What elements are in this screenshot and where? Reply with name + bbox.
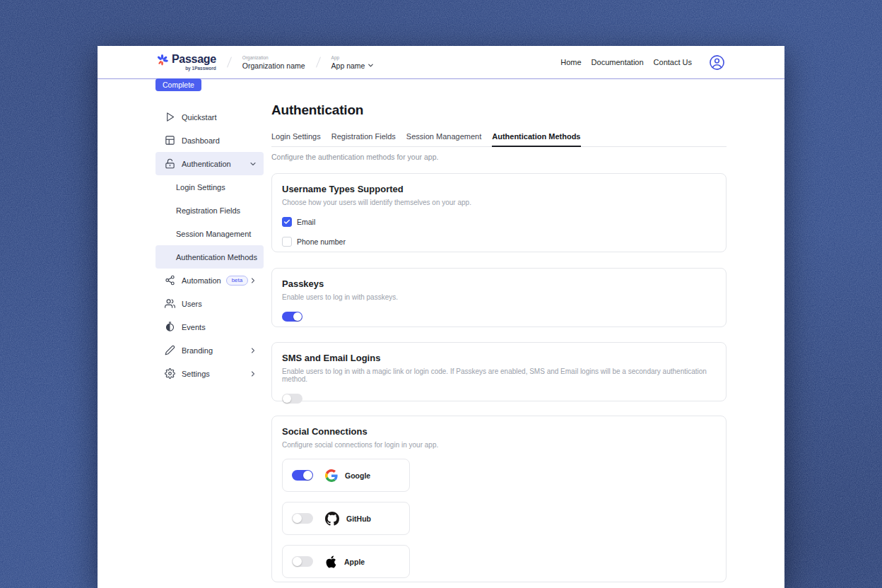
brush-icon xyxy=(164,345,175,356)
sidebar-item-label: Authentication xyxy=(182,160,231,168)
header-nav: Home Documentation Contact Us xyxy=(560,54,725,71)
automation-icon xyxy=(164,275,175,286)
unlock-icon xyxy=(164,158,175,170)
page-title: Authentication xyxy=(271,103,727,117)
gear-icon xyxy=(164,368,175,380)
apple-toggle[interactable] xyxy=(292,556,313,567)
dashboard-icon xyxy=(164,135,175,146)
card-description: Enable users to log in with passkeys. xyxy=(282,293,716,301)
app-window: Passage by 1Password Organization Organi… xyxy=(98,46,784,588)
toggle-knob xyxy=(283,394,291,403)
sidebar-item-login-settings[interactable]: Login Settings xyxy=(155,175,264,199)
main-content: Authentication Login Settings Registrati… xyxy=(271,103,727,582)
card-title: Social Connections xyxy=(282,426,716,437)
google-icon xyxy=(325,469,338,482)
sidebar-item-label: Session Management xyxy=(176,230,251,238)
breadcrumb-organization[interactable]: Organization Organization name xyxy=(242,55,305,70)
breadcrumb-divider xyxy=(316,57,321,67)
complete-button[interactable]: Complete xyxy=(155,78,201,91)
page-description: Configure the authentication methods for… xyxy=(271,153,727,161)
sidebar-item-label: Authentication Methods xyxy=(176,253,257,261)
sidebar-item-automation[interactable]: Automation beta xyxy=(155,269,264,292)
phone-option-label: Phone number xyxy=(297,237,346,246)
nav-contact-link[interactable]: Contact Us xyxy=(654,58,692,66)
brand-name: Passage xyxy=(172,54,216,65)
chevron-right-icon xyxy=(249,370,257,378)
sidebar-item-session-management[interactable]: Session Management xyxy=(155,222,264,245)
card-description: Enable users to log in with a magic link… xyxy=(282,368,716,383)
breadcrumb-divider xyxy=(227,57,232,67)
nav-documentation-link[interactable]: Documentation xyxy=(592,58,644,66)
card-title: Passkeys xyxy=(282,278,716,289)
chevron-down-icon xyxy=(367,61,375,69)
sidebar-item-label: Settings xyxy=(182,370,210,378)
sidebar-item-label: Branding xyxy=(182,346,213,355)
sidebar-item-label: Dashboard xyxy=(182,136,220,145)
phone-number-checkbox[interactable] xyxy=(282,237,292,247)
apple-icon xyxy=(325,555,337,569)
card-description: Configure social connections for login i… xyxy=(282,441,716,449)
sidebar-item-label: Quickstart xyxy=(182,113,217,122)
email-checkbox[interactable] xyxy=(282,217,292,227)
sidebar-item-registration-fields[interactable]: Registration Fields xyxy=(155,199,264,222)
sidebar-item-quickstart[interactable]: Quickstart xyxy=(155,105,264,129)
tab-registration-fields[interactable]: Registration Fields xyxy=(331,132,396,146)
chevron-right-icon xyxy=(249,276,257,285)
sidebar-item-label: Login Settings xyxy=(176,183,225,192)
apple-provider-row: Apple xyxy=(282,545,410,578)
toggle-knob xyxy=(303,471,312,480)
github-icon xyxy=(325,512,339,526)
card-title: Username Types Supported xyxy=(282,184,716,194)
org-label: Organization xyxy=(242,55,305,61)
nav-home-link[interactable]: Home xyxy=(560,58,581,66)
app-name: App name xyxy=(331,61,365,70)
sidebar-item-authentication-methods[interactable]: Authentication Methods xyxy=(155,245,264,269)
sidebar-item-dashboard[interactable]: Dashboard xyxy=(155,129,264,152)
sidebar-nav: Quickstart Dashboard Authentication Logi… xyxy=(155,105,264,385)
chevron-down-icon xyxy=(249,160,257,168)
github-toggle[interactable] xyxy=(292,513,313,524)
sidebar-item-events[interactable]: Events xyxy=(155,315,264,339)
top-header: Passage by 1Password Organization Organi… xyxy=(98,46,784,79)
apple-provider-label: Apple xyxy=(344,558,365,566)
toggle-knob xyxy=(293,312,302,321)
github-provider-label: GitHub xyxy=(346,514,371,523)
sidebar-item-authentication[interactable]: Authentication xyxy=(155,152,264,175)
toggle-knob xyxy=(293,557,302,566)
social-provider-list: Google GitHub xyxy=(282,459,716,578)
sidebar-item-label: Events xyxy=(182,323,206,331)
social-connections-card: Social Connections Configure social conn… xyxy=(271,416,727,582)
brand-byline: by 1Password xyxy=(185,66,216,71)
tab-session-management[interactable]: Session Management xyxy=(406,132,481,146)
sidebar-item-settings[interactable]: Settings xyxy=(155,362,264,385)
google-toggle[interactable] xyxy=(292,470,313,481)
phone-option-row: Phone number xyxy=(282,236,716,247)
passage-flower-icon xyxy=(155,54,169,67)
app-label: App xyxy=(331,55,375,61)
check-icon xyxy=(283,218,290,225)
card-description: Choose how your users will identify them… xyxy=(282,199,716,206)
passkeys-toggle[interactable] xyxy=(282,312,302,322)
org-name: Organization name xyxy=(242,61,305,70)
passkeys-card: Passkeys Enable users to log in with pas… xyxy=(271,268,727,327)
email-option-row: Email xyxy=(282,216,716,227)
card-title: SMS and Email Logins xyxy=(282,353,716,363)
users-icon xyxy=(164,298,175,310)
github-provider-row: GitHub xyxy=(282,502,410,535)
google-provider-row: Google xyxy=(282,459,410,492)
sidebar-item-users[interactable]: Users xyxy=(155,292,264,315)
passage-logo[interactable]: Passage by 1Password xyxy=(155,54,216,71)
beta-badge: beta xyxy=(226,276,249,286)
google-provider-label: Google xyxy=(345,471,370,480)
sms-email-toggle[interactable] xyxy=(282,394,302,404)
sidebar-item-label: Registration Fields xyxy=(176,206,240,215)
timer-icon xyxy=(164,322,175,333)
breadcrumb-app-selector[interactable]: App App name xyxy=(331,55,375,70)
tab-login-settings[interactable]: Login Settings xyxy=(271,132,321,146)
toggle-knob xyxy=(293,514,302,523)
user-avatar-icon xyxy=(709,54,725,71)
tab-bar: Login Settings Registration Fields Sessi… xyxy=(271,132,727,147)
sidebar-item-branding[interactable]: Branding xyxy=(155,339,264,362)
user-avatar-button[interactable] xyxy=(709,54,725,71)
tab-authentication-methods[interactable]: Authentication Methods xyxy=(492,132,580,147)
